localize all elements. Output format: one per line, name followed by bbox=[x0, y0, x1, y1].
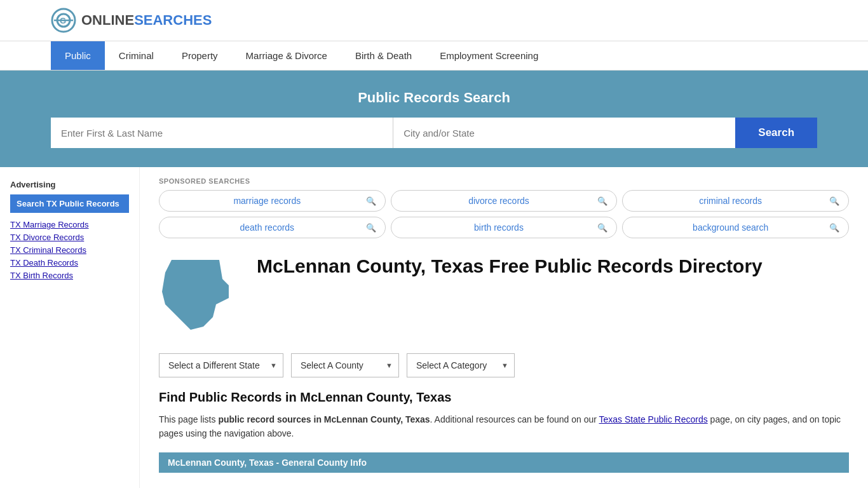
search-icon-background: 🔍 bbox=[829, 223, 839, 233]
svg-text:G: G bbox=[60, 16, 66, 25]
find-public-records-title: Find Public Records in McLennan County, … bbox=[159, 390, 849, 405]
dropdowns: Select a Different State Select A County… bbox=[159, 353, 849, 377]
nav-item-birth-death[interactable]: Birth & Death bbox=[341, 41, 426, 70]
location-input[interactable] bbox=[393, 118, 735, 148]
sidebar-link-death[interactable]: TX Death Records bbox=[10, 257, 129, 268]
nav-item-property[interactable]: Property bbox=[168, 41, 232, 70]
sidebar-links: TX Marriage Records TX Divorce Records T… bbox=[10, 219, 129, 280]
nav-item-criminal[interactable]: Criminal bbox=[105, 41, 168, 70]
search-icon-birth: 🔍 bbox=[597, 223, 607, 233]
sponsored-item-marriage[interactable]: marriage records 🔍 bbox=[159, 190, 386, 212]
main-nav: Public Criminal Property Marriage & Divo… bbox=[0, 41, 868, 71]
find-desc-mid: . Additional resources can be found on o… bbox=[430, 414, 599, 424]
logo-icon: G bbox=[51, 8, 76, 33]
main-content: SPONSORED SEARCHES marriage records 🔍 di… bbox=[140, 167, 868, 488]
search-icon-divorce: 🔍 bbox=[597, 196, 607, 206]
name-input[interactable] bbox=[51, 118, 393, 148]
page-title: McLennan County, Texas Free Public Recor… bbox=[257, 254, 763, 278]
sidebar: Advertising Search TX Public Records TX … bbox=[0, 167, 140, 488]
general-info-bar: McLennan County, Texas - General County … bbox=[159, 452, 849, 473]
sidebar-link-marriage[interactable]: TX Marriage Records bbox=[10, 219, 129, 229]
site-logo[interactable]: G ONLINESEARCHES bbox=[51, 8, 212, 33]
ad-button[interactable]: Search TX Public Records bbox=[10, 194, 129, 213]
nav-item-employment[interactable]: Employment Screening bbox=[426, 41, 552, 70]
advertising-label: Advertising bbox=[10, 180, 129, 189]
find-desc-link[interactable]: Texas State Public Records bbox=[599, 414, 708, 424]
find-public-records-desc: This page lists public record sources in… bbox=[159, 412, 849, 441]
texas-map bbox=[159, 254, 241, 338]
county-section: McLennan County, Texas Free Public Recor… bbox=[159, 254, 849, 338]
search-form: Search bbox=[51, 118, 817, 148]
county-dropdown-wrap: Select A County bbox=[291, 353, 399, 377]
sidebar-link-criminal[interactable]: TX Criminal Records bbox=[10, 245, 129, 255]
sponsored-label: SPONSORED SEARCHES bbox=[159, 177, 849, 185]
search-icon-criminal: 🔍 bbox=[829, 196, 839, 206]
sponsored-item-death[interactable]: death records 🔍 bbox=[159, 217, 386, 238]
nav-item-marriage-divorce[interactable]: Marriage & Divorce bbox=[232, 41, 341, 70]
category-dropdown-wrap: Select A Category bbox=[407, 353, 515, 377]
state-dropdown[interactable]: Select a Different State bbox=[159, 353, 283, 377]
search-icon-marriage: 🔍 bbox=[366, 196, 376, 206]
sidebar-link-birth[interactable]: TX Birth Records bbox=[10, 270, 129, 280]
state-dropdown-wrap: Select a Different State bbox=[159, 353, 283, 377]
find-desc-start: This page lists bbox=[159, 414, 218, 424]
sponsored-item-birth[interactable]: birth records 🔍 bbox=[391, 217, 618, 238]
search-banner: Public Records Search Search bbox=[0, 71, 868, 167]
search-banner-title: Public Records Search bbox=[51, 90, 817, 106]
county-dropdown[interactable]: Select A County bbox=[291, 353, 399, 377]
sponsored-item-background[interactable]: background search 🔍 bbox=[622, 217, 849, 238]
sponsored-grid: marriage records 🔍 divorce records 🔍 cri… bbox=[159, 190, 849, 238]
logo-text: ONLINESEARCHES bbox=[81, 12, 212, 29]
sponsored-item-criminal[interactable]: criminal records 🔍 bbox=[622, 190, 849, 212]
search-icon-death: 🔍 bbox=[366, 223, 376, 233]
find-desc-bold: public record sources in McLennan County… bbox=[218, 414, 430, 424]
nav-item-public[interactable]: Public bbox=[51, 41, 105, 70]
sponsored-item-divorce[interactable]: divorce records 🔍 bbox=[391, 190, 618, 212]
category-dropdown[interactable]: Select A Category bbox=[407, 353, 515, 377]
search-button[interactable]: Search bbox=[735, 118, 817, 148]
sidebar-link-divorce[interactable]: TX Divorce Records bbox=[10, 232, 129, 242]
